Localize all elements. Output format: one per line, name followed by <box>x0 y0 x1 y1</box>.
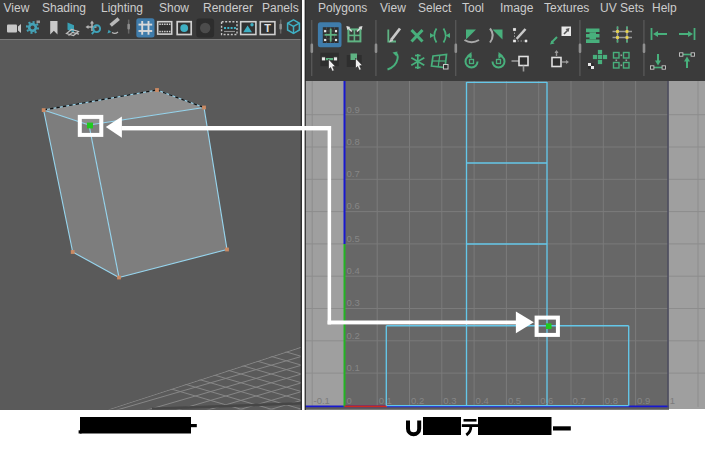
svg-text:Lighting: Lighting <box>101 1 143 15</box>
svg-text:0.9: 0.9 <box>347 104 360 115</box>
svg-text:0.2: 0.2 <box>347 330 360 341</box>
svg-text:0.1: 0.1 <box>347 362 360 373</box>
svg-text:0: 0 <box>347 395 352 406</box>
svg-text:0.5: 0.5 <box>347 233 360 244</box>
svg-text:0.5: 0.5 <box>508 395 521 406</box>
svg-text:0.8: 0.8 <box>347 136 360 147</box>
svg-text:0.8: 0.8 <box>605 395 618 406</box>
svg-text:0.6: 0.6 <box>540 395 553 406</box>
svg-text:Textures: Textures <box>544 1 589 15</box>
svg-text:-0.1: -0.1 <box>314 395 330 406</box>
svg-text:Select: Select <box>418 1 452 15</box>
svg-text:0.7: 0.7 <box>347 168 360 179</box>
svg-text:Show: Show <box>159 1 189 15</box>
svg-text:Polygons: Polygons <box>318 1 367 15</box>
svg-text:0.9: 0.9 <box>637 395 650 406</box>
svg-text:0.3: 0.3 <box>443 395 456 406</box>
svg-text:0.7: 0.7 <box>573 395 586 406</box>
svg-text:Tool: Tool <box>462 1 484 15</box>
svg-text:0.1: 0.1 <box>379 395 392 406</box>
svg-text:0.4: 0.4 <box>347 265 360 276</box>
svg-text:Panels: Panels <box>262 1 299 15</box>
svg-text:0.4: 0.4 <box>476 395 489 406</box>
svg-text:Renderer: Renderer <box>203 1 253 15</box>
svg-text:Shading: Shading <box>42 1 86 15</box>
svg-text:Image: Image <box>500 1 534 15</box>
svg-text:0.3: 0.3 <box>347 297 360 308</box>
svg-text:Help: Help <box>652 1 677 15</box>
svg-text:T: T <box>264 22 271 34</box>
svg-text:View: View <box>4 1 30 15</box>
svg-text:0.2: 0.2 <box>411 395 424 406</box>
svg-text:UV Sets: UV Sets <box>600 1 644 15</box>
svg-text:0.6: 0.6 <box>347 200 360 211</box>
svg-text:View: View <box>380 1 406 15</box>
svg-text:1: 1 <box>670 395 675 406</box>
